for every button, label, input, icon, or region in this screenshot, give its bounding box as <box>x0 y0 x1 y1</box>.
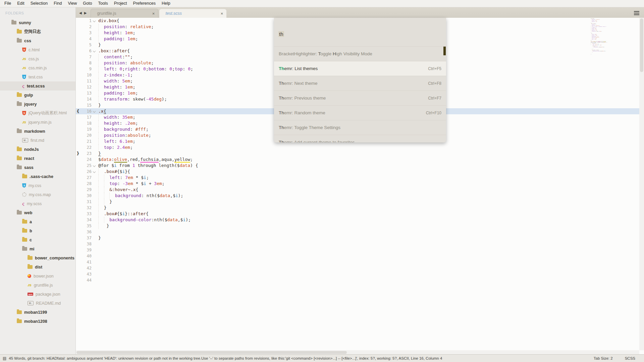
tree-item-markdown[interactable]: markdown <box>0 127 75 136</box>
tree-item-my.scss[interactable]: ςmy.scss <box>0 199 75 208</box>
fold-gutter <box>92 187 97 193</box>
fold-gutter <box>92 175 97 181</box>
line-number: 16 <box>80 108 92 114</box>
tree-item-b[interactable]: b <box>0 226 75 235</box>
horizontal-scrollbar-thumb[interactable] <box>76 351 347 354</box>
folder-icon <box>22 220 27 224</box>
menu-item-file[interactable]: File <box>1 0 14 7</box>
fold-chevron-icon[interactable] <box>92 163 97 169</box>
tree-item-label: css.min.js <box>29 66 47 70</box>
fold-chevron-icon[interactable] <box>92 108 97 114</box>
tree-item-jQuery_.html[interactable]: 5jQuery动画累积.html <box>0 109 75 118</box>
palette-item-6[interactable]: Themr: Add current theme to favorites <box>274 135 446 142</box>
overflow-menu-icon[interactable] <box>634 11 639 15</box>
palette-item-4[interactable]: Themr: Random themeCtrl+F10 <box>274 105 446 120</box>
code-line-32: 32} <box>76 205 644 211</box>
tabs: gruntfile.js×test.scss× <box>91 9 227 18</box>
folder-icon <box>28 265 33 269</box>
tree-item-jquery[interactable]: jquery <box>0 100 75 109</box>
tree-item-c[interactable]: c <box>0 235 75 244</box>
menu-item-preferences[interactable]: Preferences <box>130 0 159 7</box>
fold-gutter <box>92 193 97 199</box>
tree-item-test.scss[interactable]: ςtest.scss <box>0 81 75 90</box>
palette-item-2[interactable]: Themr: Next themeCtrl+F8 <box>274 76 446 90</box>
fold-chevron-icon[interactable] <box>92 169 97 175</box>
tree-item-dist[interactable]: dist <box>0 262 75 272</box>
menu-item-goto[interactable]: Goto <box>80 0 95 7</box>
palette-item-0[interactable]: BracketHighlighter: Toggle High Visibili… <box>274 46 446 61</box>
tab-test.scss[interactable]: test.scss× <box>159 9 226 18</box>
tab-close-icon[interactable]: × <box>221 11 223 16</box>
tree-item-moban1199[interactable]: moban1199 <box>0 308 75 317</box>
tree-item-bower_components[interactable]: bower_components <box>0 253 75 262</box>
tab-gruntfile.js[interactable]: gruntfile.js× <box>91 9 158 18</box>
tree-item-label: jquery <box>24 102 37 107</box>
tree-item-README.md[interactable]: M↓README.md <box>0 299 75 308</box>
menu-item-project[interactable]: Project <box>111 0 130 7</box>
vertical-scrollbar[interactable] <box>639 18 644 350</box>
code-line-31: 31} <box>76 199 644 205</box>
tree-item-css.min.js[interactable]: JScss.min.js <box>0 63 75 72</box>
tree-item-label: my.css.map <box>29 192 51 197</box>
line-number: 6 <box>80 48 92 54</box>
gutter-bracket-marker <box>76 126 80 132</box>
tree-item-my.css[interactable]: 3my.css <box>0 181 75 190</box>
tree-item-jquery.min.js[interactable]: JSjquery.min.js <box>0 118 75 127</box>
code-line-26: 26.box#{$i}{ <box>76 169 644 175</box>
syntax-indicator[interactable]: SCSS <box>625 356 635 360</box>
line-number: 1 <box>80 18 92 24</box>
tab-close-icon[interactable]: × <box>152 11 155 16</box>
palette-item-5[interactable]: Themr: Toggle Theme Settings <box>274 120 446 135</box>
tree-item-my.css.map[interactable]: my.css.map <box>0 190 75 199</box>
tree-item-gulp[interactable]: gulp <box>0 90 75 100</box>
tree-item-_[interactable]: 空间日志 <box>0 27 75 36</box>
tree-item-c.html[interactable]: 5c.html <box>0 45 75 54</box>
tree-item-css[interactable]: css <box>0 36 75 45</box>
menu-item-tools[interactable]: Tools <box>95 0 111 7</box>
tree-item-.sass-cache[interactable]: .sass-cache <box>0 172 75 181</box>
gutter-bracket-marker <box>76 235 80 241</box>
menu-item-selection[interactable]: Selection <box>28 0 51 7</box>
tab-size-indicator[interactable]: Tab Size: 2 <box>594 356 613 360</box>
gutter-bracket-marker <box>76 169 80 175</box>
tab-nav-back-icon[interactable]: ◀ <box>79 11 82 15</box>
folder-icon <box>17 310 22 314</box>
menu-item-find[interactable]: Find <box>51 0 65 7</box>
menu-item-help[interactable]: Help <box>159 0 173 7</box>
tree-item-sunny[interactable]: sunny <box>0 18 75 27</box>
tab-nav-forward-icon[interactable]: ▶ <box>84 11 87 15</box>
line-number: 8 <box>80 60 92 66</box>
tree-item-css.js[interactable]: JScss.js <box>0 54 75 63</box>
fold-chevron-icon[interactable] <box>92 48 97 54</box>
command-palette-input[interactable]: th <box>274 18 446 46</box>
tree-item-sass[interactable]: sass <box>0 163 75 172</box>
tree-item-nodeJs[interactable]: nodeJs <box>0 145 75 154</box>
line-number: 35 <box>80 223 92 229</box>
menu-item-edit[interactable]: Edit <box>14 0 28 7</box>
spellcheck-icon: ▤ <box>3 356 6 360</box>
tree-item-test.css[interactable]: 3test.css <box>0 72 75 81</box>
tree-item-label: react <box>24 156 34 161</box>
tree-item-mi[interactable]: mi <box>0 244 75 253</box>
tree-item-first.md[interactable]: M↓first.md <box>0 136 75 145</box>
tree-item-bower.json[interactable]: bower.json <box>0 272 75 281</box>
line-number: 9 <box>80 66 92 72</box>
tree-item-gruntfile.js[interactable]: JSgruntfile.js <box>0 281 75 290</box>
palette-item-3[interactable]: Themr: Previous themeCtrl+F7 <box>274 90 446 105</box>
vertical-scrollbar-thumb[interactable] <box>640 18 643 72</box>
code-line-27: 27left: 7em * $i; <box>76 175 644 181</box>
palette-item-1[interactable]: Themr: List themesCtrl+F5 <box>274 61 446 76</box>
minimap[interactable]: div.box{position: relative;height: 1em;p… <box>591 18 638 64</box>
gutter-bracket-marker <box>76 90 80 96</box>
tree-item-a[interactable]: a <box>0 217 75 226</box>
tree-item-moban1208[interactable]: moban1208 <box>0 317 75 326</box>
command-palette-query: th <box>278 31 284 37</box>
fold-gutter <box>92 259 97 265</box>
command-palette-scrollbar[interactable] <box>443 47 446 55</box>
fold-chevron-icon[interactable] <box>92 18 97 24</box>
tree-item-web[interactable]: web <box>0 208 75 217</box>
tree-item-package.json[interactable]: npmpackage.json <box>0 290 75 299</box>
gutter-bracket-marker <box>76 217 80 223</box>
tree-item-react[interactable]: react <box>0 154 75 163</box>
menu-item-view[interactable]: View <box>65 0 80 7</box>
